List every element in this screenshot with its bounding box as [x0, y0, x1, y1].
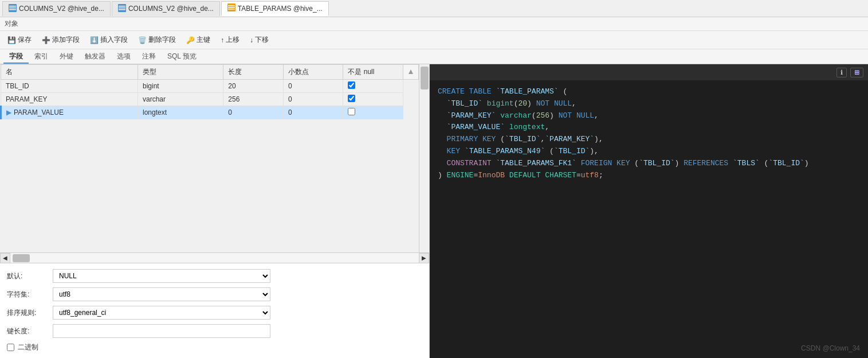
sql-token: CHARSET	[545, 171, 576, 180]
sql-token: (	[630, 159, 639, 168]
field-name[interactable]: ▶PARAM_VALUE	[1, 106, 138, 119]
field-not-null[interactable]	[343, 93, 403, 106]
tab-tab1[interactable]: COLUMNS_V2 @hive_de...	[2, 1, 111, 16]
key-length-prop-row: 键长度:	[7, 324, 422, 338]
arrow-up-icon: ↑	[221, 36, 224, 44]
sub-tab-选项[interactable]: 选项	[111, 49, 136, 64]
field-length: 0	[223, 106, 284, 119]
table-row[interactable]: ▶PARAM_VALUElongtext00	[1, 106, 419, 119]
sql-token: ),	[594, 135, 603, 143]
fields-table-container[interactable]: 名类型长度小数点不是 null TBL_IDbigint200PARAM_KEY…	[0, 64, 419, 252]
svg-rect-10	[228, 7, 235, 8]
scroll-right-button[interactable]: ▶	[419, 253, 429, 263]
col-header-名[interactable]: 名	[1, 65, 138, 80]
field-not-null[interactable]	[343, 80, 403, 93]
field-length: 20	[223, 80, 284, 93]
arrow-down-icon: ↓	[250, 36, 253, 44]
default-label: 默认:	[7, 271, 53, 281]
scrollbar-thumb	[421, 67, 429, 90]
field-type: bigint	[138, 80, 223, 93]
field-name[interactable]: PARAM_KEY	[1, 93, 138, 106]
table-row[interactable]: PARAM_KEYvarchar2560	[1, 93, 419, 106]
tab-tab2[interactable]: COLUMNS_V2 @hive_de...	[112, 1, 220, 16]
sql-token: 256	[536, 111, 549, 120]
col-header-长度[interactable]: 长度	[223, 65, 284, 80]
sql-token	[482, 99, 487, 108]
sql-token	[505, 171, 509, 180]
sql-editor: CREATE TABLE `TABLE_PARAMS` ( `TBL_ID` b…	[430, 80, 868, 358]
sql-token: ,	[545, 123, 549, 131]
sql-token: )	[675, 159, 684, 168]
sql-token: (	[760, 159, 769, 168]
sub-tab-SQL-预览[interactable]: SQL 预览	[162, 49, 202, 64]
sql-token: KEY	[447, 147, 460, 155]
table-row[interactable]: TBL_IDbigint200	[1, 80, 419, 93]
default-select[interactable]: NULL	[53, 269, 270, 283]
scroll-track[interactable]	[10, 253, 419, 263]
field-decimal: 0	[283, 106, 343, 119]
sql-token	[438, 147, 447, 155]
collation-select[interactable]: utf8_general_ciutf8_unicode_ciutf8_bin	[53, 306, 270, 320]
sql-token: `TBLS`	[733, 159, 760, 168]
main-layout: 名类型长度小数点不是 null TBL_IDbigint200PARAM_KEY…	[0, 64, 868, 358]
binary-checkbox[interactable]	[7, 344, 14, 351]
object-label: 对象	[5, 19, 18, 29]
default-prop-row: 默认: NULL	[7, 269, 422, 283]
not-null-checkbox[interactable]	[348, 108, 355, 115]
delete-field-button[interactable]: 🗑️ 删除字段	[134, 33, 180, 46]
sql-token: =	[576, 171, 581, 180]
scroll-left-button[interactable]: ◀	[0, 253, 10, 263]
binary-row: 二进制	[7, 343, 422, 352]
collation-prop-row: 排序规则: utf8_general_ciutf8_unicode_ciutf8…	[7, 306, 422, 320]
delete-field-icon: 🗑️	[138, 36, 147, 44]
sub-tab-索引[interactable]: 索引	[29, 49, 54, 64]
sql-token: `TBL_ID`	[768, 159, 804, 168]
sql-token: `TBL_ID`	[447, 99, 482, 108]
info-button[interactable]: ℹ	[836, 68, 847, 77]
move-down-button[interactable]: ↓ 下移	[246, 33, 273, 46]
col-header-不是 null[interactable]: 不是 null	[343, 65, 403, 80]
sub-tab-注释[interactable]: 注释	[136, 49, 162, 64]
sql-token: FOREIGN KEY	[581, 159, 630, 168]
charset-prop-row: 字符集: utf8utf8mb4latin1utf16	[7, 287, 422, 301]
vertical-scrollbar[interactable]	[419, 64, 429, 252]
key-length-input[interactable]	[53, 324, 270, 338]
insert-field-button[interactable]: ⬇️ 插入字段	[86, 33, 132, 46]
sql-token: CONSTRAINT	[447, 159, 492, 168]
key-length-label: 键长度:	[7, 326, 53, 336]
field-name[interactable]: TBL_ID	[1, 80, 138, 93]
move-up-button[interactable]: ↑ 上移	[217, 33, 243, 46]
primary-key-button[interactable]: 🔑 主键	[182, 33, 214, 46]
sql-token: 20	[518, 99, 527, 108]
col-header-小数点[interactable]: 小数点	[283, 65, 343, 80]
charset-select[interactable]: utf8utf8mb4latin1utf16	[53, 287, 270, 301]
add-field-button[interactable]: ➕ 添加字段	[38, 33, 84, 46]
sql-token: (	[532, 111, 536, 120]
not-null-checkbox[interactable]	[348, 95, 355, 102]
sql-token: DEFAULT	[509, 171, 541, 180]
tab-icon	[118, 4, 126, 14]
watermark: CSDN @Clown_34	[801, 344, 860, 352]
sql-token: `PARAM_KEY`	[545, 135, 594, 143]
sql-token	[460, 147, 465, 155]
sub-tab-外键[interactable]: 外键	[54, 49, 79, 64]
charset-input-wrapper: utf8utf8mb4latin1utf16	[53, 287, 270, 301]
sql-token: utf8	[581, 171, 599, 180]
sql-token: InnoDB	[478, 171, 505, 180]
save-button[interactable]: 💾 保存	[3, 33, 36, 46]
sql-token: ,	[594, 111, 599, 120]
format-button[interactable]: ⊞	[850, 68, 863, 77]
not-null-checkbox[interactable]	[348, 81, 355, 89]
binary-label: 二进制	[18, 343, 38, 352]
col-header-类型[interactable]: 类型	[138, 65, 223, 80]
field-not-null[interactable]	[343, 106, 403, 119]
tabs-bar: COLUMNS_V2 @hive_de...COLUMNS_V2 @hive_d…	[0, 0, 868, 17]
sql-token: (	[559, 87, 568, 96]
horizontal-scrollbar[interactable]: ◀ ▶	[0, 252, 429, 263]
field-decimal: 0	[283, 80, 343, 93]
sub-tab-字段[interactable]: 字段	[3, 49, 29, 64]
sub-tab-触发器[interactable]: 触发器	[79, 49, 111, 64]
tab-label: COLUMNS_V2 @hive_de...	[128, 5, 214, 13]
tab-tab3[interactable]: TABLE_PARAMS @hive_...	[221, 1, 329, 16]
sql-token: `TBL_ID`	[554, 147, 590, 155]
